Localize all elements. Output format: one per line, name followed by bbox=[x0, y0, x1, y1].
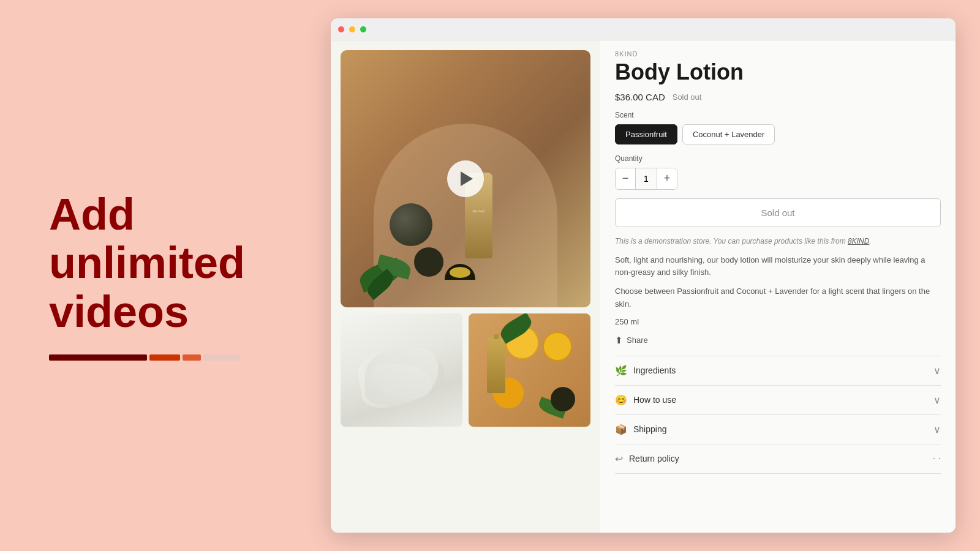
product-gallery: 8KIND bbox=[331, 40, 600, 533]
share-icon: ⬆ bbox=[615, 335, 623, 346]
return-label: Return policy bbox=[629, 454, 679, 463]
how-to-use-icon: 😊 bbox=[615, 394, 627, 406]
accordion-shipping[interactable]: 📦 Shipping ∨ bbox=[615, 414, 941, 444]
scent-passionfruit[interactable]: Passionfruit bbox=[615, 124, 677, 144]
play-triangle-icon bbox=[461, 171, 473, 186]
product-description-1: Soft, light and nourishing, our body lot… bbox=[615, 254, 941, 280]
accordion-return-policy[interactable]: ↩ Return policy · · bbox=[615, 444, 941, 474]
quantity-decrease[interactable]: − bbox=[616, 168, 635, 189]
product-title: Body Lotion bbox=[615, 60, 941, 84]
thumb-passion bbox=[551, 387, 575, 411]
product-description-2: Choose between Passionfruit and Coconut … bbox=[615, 285, 941, 311]
demo-link[interactable]: 8KIND bbox=[848, 237, 869, 246]
thumbnail-row bbox=[341, 313, 590, 427]
accordion-ingredients[interactable]: 🌿 Ingredients ∨ bbox=[615, 356, 941, 385]
cream-texture-2 bbox=[370, 362, 434, 401]
price-row: $36.00 CAD Sold out bbox=[615, 92, 941, 102]
progress-seg-red bbox=[149, 354, 180, 361]
bottle-small-top bbox=[494, 334, 499, 339]
play-button[interactable] bbox=[447, 160, 484, 197]
cream-thumbnail[interactable] bbox=[341, 313, 462, 427]
hero-line-1: Add bbox=[49, 190, 135, 239]
accordion-how-to-use[interactable]: 😊 How to use ∨ bbox=[615, 385, 941, 414]
hero-line-2: unlimited bbox=[49, 238, 245, 287]
scent-label: Scent bbox=[615, 111, 941, 119]
how-to-use-label: How to use bbox=[633, 395, 676, 405]
browser-minimize-dot bbox=[349, 26, 355, 32]
progress-seg-dark bbox=[49, 354, 147, 361]
demo-notice: This is a demonstration store. You can p… bbox=[615, 236, 941, 247]
shipping-chevron: ∨ bbox=[933, 424, 941, 435]
return-chevron: · · bbox=[933, 453, 941, 464]
shipping-label: Shipping bbox=[633, 424, 667, 434]
volume: 250 ml bbox=[615, 317, 941, 326]
scent-coconut-lavender[interactable]: Coconut + Lavender bbox=[682, 124, 775, 144]
fruits-thumbnail[interactable] bbox=[469, 313, 590, 427]
left-panel: Add unlimited videos bbox=[0, 154, 331, 397]
browser-content: 8KIND bbox=[331, 40, 956, 533]
progress-seg-light bbox=[203, 354, 240, 361]
browser-window: 8KIND bbox=[331, 18, 956, 533]
hero-title: Add unlimited videos bbox=[49, 190, 282, 336]
citrus-2 bbox=[543, 332, 572, 361]
ingredients-chevron: ∨ bbox=[933, 365, 941, 377]
hero-line-3: videos bbox=[49, 287, 189, 336]
progress-bar bbox=[49, 354, 282, 361]
how-to-use-chevron: ∨ bbox=[933, 394, 941, 406]
ingredients-icon: 🌿 bbox=[615, 365, 627, 377]
progress-seg-orange bbox=[183, 354, 201, 361]
share-row[interactable]: ⬆ Share bbox=[615, 335, 941, 346]
bottle-small bbox=[487, 338, 505, 393]
return-icon: ↩ bbox=[615, 453, 623, 465]
share-label: Share bbox=[627, 335, 648, 345]
price: $36.00 CAD bbox=[615, 92, 665, 102]
quantity-label: Quantity bbox=[615, 154, 941, 163]
product-details: 8KIND Body Lotion $36.00 CAD Sold out Sc… bbox=[600, 40, 956, 533]
quantity-row: − 1 + bbox=[615, 168, 941, 190]
sold-out-button[interactable]: Sold out bbox=[615, 198, 941, 227]
brand-label: 8KIND bbox=[615, 50, 941, 58]
browser-maximize-dot bbox=[360, 26, 366, 32]
shipping-icon: 📦 bbox=[615, 424, 627, 435]
video-overlay bbox=[341, 50, 590, 307]
browser-toolbar bbox=[331, 18, 956, 40]
main-video[interactable]: 8KIND bbox=[341, 50, 590, 307]
browser-close-dot bbox=[338, 26, 344, 32]
ingredients-label: Ingredients bbox=[633, 365, 676, 375]
quantity-control: − 1 + bbox=[615, 168, 677, 190]
sold-out-badge: Sold out bbox=[673, 92, 702, 102]
quantity-value: 1 bbox=[635, 168, 657, 189]
quantity-increase[interactable]: + bbox=[657, 168, 677, 189]
scent-options: Passionfruit Coconut + Lavender bbox=[615, 124, 941, 144]
